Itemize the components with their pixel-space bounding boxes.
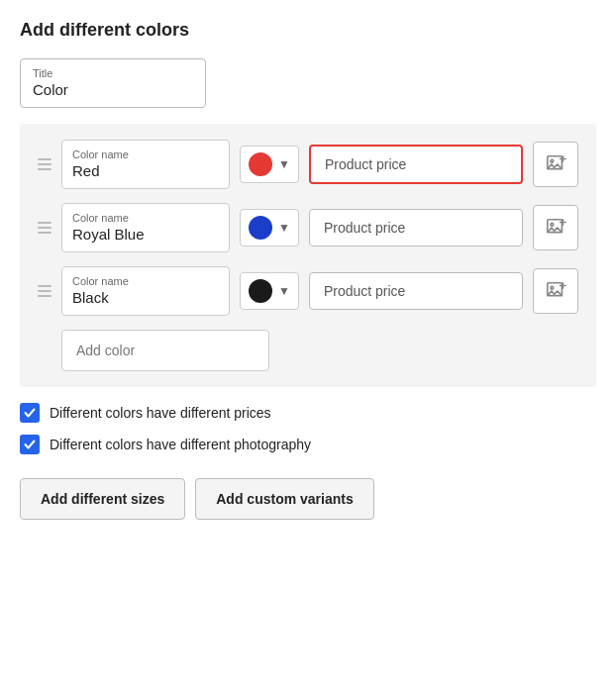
image-add-icon-black [545,280,566,302]
color-swatch-red[interactable]: ▼ [240,146,299,183]
checkmark-icon-diff-photos [24,439,36,450]
image-add-icon-royal-blue [545,217,566,239]
image-btn-black[interactable] [533,268,578,314]
product-price-btn-black[interactable]: Product price [309,272,523,310]
color-name-label-black: Color name [72,275,219,287]
add-color-row [38,330,578,371]
product-price-btn-royal-blue[interactable]: Product price [309,209,523,246]
page-title: Add different colors [20,20,596,41]
color-name-label-red: Color name [72,148,219,160]
chevron-down-icon-royal-blue: ▼ [278,221,290,235]
color-swatch-royal-blue[interactable]: ▼ [240,209,299,246]
color-name-value-black: Black [72,289,109,306]
image-btn-royal-blue[interactable] [533,205,578,250]
checkbox-label-diff-photos: Different colors have different photogra… [50,437,311,452]
swatch-black-circle [249,279,272,303]
color-name-field-red: Color name Red [61,140,230,189]
svg-point-1 [551,159,554,162]
drag-handle-black[interactable] [38,285,51,297]
swatch-red-circle [249,152,272,176]
checkbox-label-diff-prices: Different colors have different prices [50,405,271,421]
product-price-btn-red[interactable]: Product price [309,145,523,184]
color-swatch-black[interactable]: ▼ [240,272,299,310]
add-color-input[interactable] [61,330,269,371]
colors-section: Color name Red ▼ Product price Color nam… [20,124,596,387]
checkboxes-section: Different colors have different prices D… [20,403,596,454]
image-add-icon-red [545,153,566,175]
checkbox-diff-prices[interactable] [20,403,40,423]
title-input-container: Title [20,58,206,108]
checkbox-diff-photos[interactable] [20,435,40,454]
color-row-black: Color name Black ▼ Product price [38,266,578,316]
swatch-royal-blue-circle [249,216,272,240]
color-name-field-royal-blue: Color name Royal Blue [61,203,230,252]
add-variants-button[interactable]: Add custom variants [195,478,373,520]
drag-handle-red[interactable] [38,158,51,170]
chevron-down-icon-black: ▼ [278,284,290,298]
color-row-red: Color name Red ▼ Product price [38,140,578,189]
image-btn-red[interactable] [533,142,578,187]
color-name-value-royal-blue: Royal Blue [72,226,145,243]
checkmark-icon-diff-prices [24,407,36,419]
buttons-section: Add different sizes Add custom variants [20,478,596,520]
title-input-label: Title [33,67,193,79]
drag-handle-royal-blue[interactable] [38,222,51,234]
color-row-royal-blue: Color name Royal Blue ▼ Product price [38,203,578,252]
title-input[interactable] [33,81,193,98]
title-input-wrapper: Title [20,58,206,108]
svg-point-9 [551,286,554,289]
add-sizes-button[interactable]: Add different sizes [20,478,185,520]
chevron-down-icon-red: ▼ [278,157,290,171]
svg-point-5 [551,223,554,226]
color-name-label-royal-blue: Color name [72,212,219,224]
checkbox-row-diff-prices: Different colors have different prices [20,403,596,423]
checkbox-row-diff-photos: Different colors have different photogra… [20,435,596,454]
color-name-field-black: Color name Black [61,266,230,316]
color-name-value-red: Red [72,162,100,179]
